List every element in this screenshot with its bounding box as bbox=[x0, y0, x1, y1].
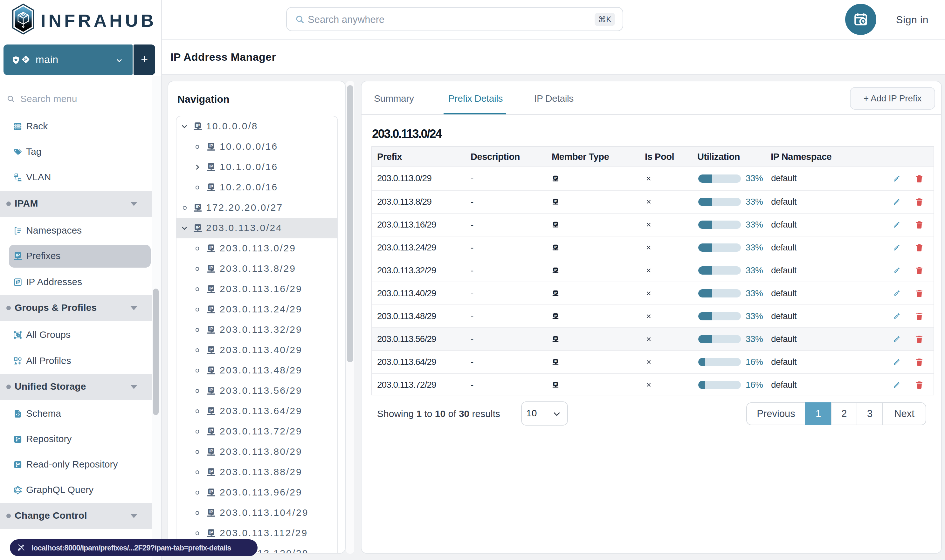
svg-text:IP: IP bbox=[209, 530, 213, 535]
svg-text:IP: IP bbox=[196, 205, 200, 209]
svg-text:IP: IP bbox=[554, 314, 557, 317]
svg-text:IP: IP bbox=[209, 184, 213, 189]
svg-text:IP: IP bbox=[209, 164, 213, 168]
svg-text:IP: IP bbox=[209, 388, 213, 392]
svg-text:IP: IP bbox=[209, 143, 213, 148]
svg-text:IP: IP bbox=[209, 489, 213, 494]
svg-text:IP: IP bbox=[16, 253, 20, 257]
svg-text:IP: IP bbox=[196, 123, 200, 128]
svg-text:IP: IP bbox=[554, 245, 557, 249]
svg-text:IP: IP bbox=[209, 367, 213, 372]
svg-text:IP: IP bbox=[209, 509, 213, 514]
svg-text:IP: IP bbox=[554, 382, 557, 386]
svg-text:IP: IP bbox=[209, 306, 213, 311]
svg-text:IP: IP bbox=[209, 265, 213, 270]
svg-text:IP: IP bbox=[554, 268, 557, 271]
svg-text:IP: IP bbox=[554, 176, 557, 180]
svg-text:IP: IP bbox=[554, 360, 557, 363]
svg-text:IP: IP bbox=[209, 286, 213, 291]
svg-text:IP: IP bbox=[554, 222, 557, 226]
svg-text:IP: IP bbox=[209, 469, 213, 474]
svg-text:IP: IP bbox=[209, 408, 213, 412]
svg-text:IP: IP bbox=[209, 326, 213, 331]
svg-text:IP: IP bbox=[209, 448, 213, 453]
svg-text:IP: IP bbox=[554, 199, 557, 203]
svg-text:IP: IP bbox=[209, 428, 213, 433]
svg-text:IP: IP bbox=[209, 347, 213, 352]
svg-text:IP: IP bbox=[209, 245, 213, 250]
svg-text:IP: IP bbox=[196, 225, 200, 229]
svg-text:IP: IP bbox=[554, 337, 557, 340]
svg-text:IP: IP bbox=[554, 291, 557, 294]
